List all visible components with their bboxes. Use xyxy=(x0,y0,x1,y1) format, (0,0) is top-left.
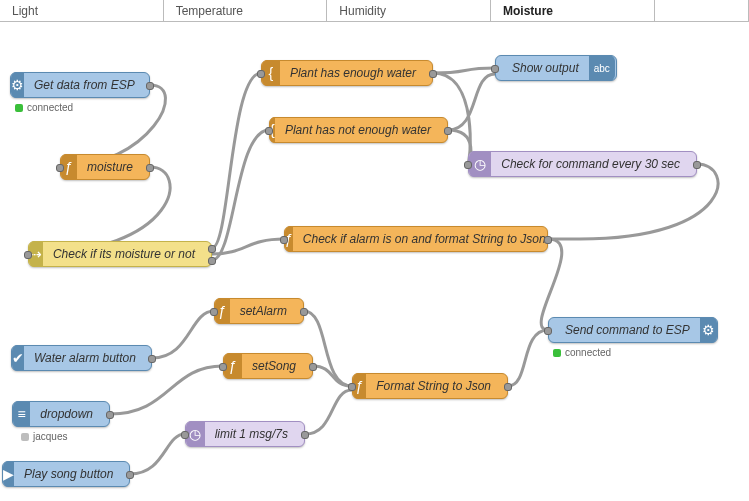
node-label: Plant has not enough water xyxy=(275,123,441,137)
output-port[interactable] xyxy=(429,70,437,78)
output-port-2[interactable] xyxy=(208,257,216,265)
node-label: Check if its moisture or not xyxy=(43,247,205,261)
input-port[interactable] xyxy=(348,383,356,391)
input-port[interactable] xyxy=(210,308,218,316)
gear-icon: ⚙ xyxy=(700,317,717,343)
node-set-alarm[interactable]: ƒ setAlarm xyxy=(214,298,304,324)
node-set-song[interactable]: ƒ setSong xyxy=(223,353,313,379)
flow-canvas[interactable]: ⚙ Get data from ESP connected ƒ moisture… xyxy=(0,22,749,501)
output-port[interactable] xyxy=(544,236,552,244)
input-port[interactable] xyxy=(56,164,64,172)
node-label: Format String to Json xyxy=(366,379,501,393)
node-label: dropdown xyxy=(30,407,103,421)
status-dot xyxy=(553,349,561,357)
node-show-output[interactable]: Show output abc xyxy=(495,55,617,81)
node-plant-not-enough[interactable]: { Plant has not enough water xyxy=(269,117,448,143)
input-port[interactable] xyxy=(491,65,499,73)
menu-icon: ≡ xyxy=(13,401,30,427)
input-port[interactable] xyxy=(280,236,288,244)
input-port[interactable] xyxy=(265,127,273,135)
input-port[interactable] xyxy=(464,161,472,169)
node-get-data-esp[interactable]: ⚙ Get data from ESP xyxy=(10,72,150,98)
node-label: limit 1 msg/7s xyxy=(205,427,298,441)
tab-moisture[interactable]: Moisture xyxy=(491,0,655,21)
tab-blank xyxy=(655,0,749,21)
switch-icon: ✔ xyxy=(12,345,24,371)
tab-light[interactable]: Light xyxy=(0,0,164,21)
status-dot xyxy=(15,104,23,112)
status-text: connected xyxy=(565,347,611,358)
status-text: jacques xyxy=(33,431,67,442)
input-port[interactable] xyxy=(544,327,552,335)
node-check-moisture[interactable]: ⇢ Check if its moisture or not xyxy=(28,241,212,267)
output-port[interactable] xyxy=(504,383,512,391)
play-icon: ▶ xyxy=(3,461,14,487)
status-dot xyxy=(21,433,29,441)
output-port[interactable] xyxy=(300,308,308,316)
node-plant-enough[interactable]: { Plant has enough water xyxy=(261,60,433,86)
node-label: Water alarm button xyxy=(24,351,146,365)
input-port[interactable] xyxy=(257,70,265,78)
output-port[interactable] xyxy=(126,471,134,479)
node-label: setSong xyxy=(242,359,306,373)
node-label: Send command to ESP xyxy=(555,323,700,337)
node-label: Check if alarm is on and format String t… xyxy=(293,232,556,246)
input-port[interactable] xyxy=(24,251,32,259)
output-port-1[interactable] xyxy=(208,245,216,253)
node-label: Play song button xyxy=(14,467,123,481)
node-send-cmd-esp[interactable]: Send command to ESP ⚙ xyxy=(548,317,718,343)
output-port[interactable] xyxy=(301,431,309,439)
node-label: setAlarm xyxy=(230,304,297,318)
tab-humidity[interactable]: Humidity xyxy=(327,0,491,21)
node-play-song-btn[interactable]: ▶ Play song button xyxy=(2,461,130,487)
output-port[interactable] xyxy=(146,164,154,172)
node-label: Plant has enough water xyxy=(280,66,426,80)
gear-icon: ⚙ xyxy=(11,72,24,98)
abc-icon: abc xyxy=(589,55,615,81)
output-port[interactable] xyxy=(106,411,114,419)
input-port[interactable] xyxy=(219,363,227,371)
node-limit-msgs[interactable]: ◷ limit 1 msg/7s xyxy=(185,421,305,447)
node-moisture[interactable]: ƒ moisture xyxy=(60,154,150,180)
output-port[interactable] xyxy=(693,161,701,169)
node-label: Show output xyxy=(502,61,589,75)
node-format-json[interactable]: ƒ Format String to Json xyxy=(352,373,508,399)
output-port[interactable] xyxy=(309,363,317,371)
node-water-alarm-btn[interactable]: ✔ Water alarm button xyxy=(11,345,152,371)
node-dropdown[interactable]: ≡ dropdown xyxy=(12,401,110,427)
output-port[interactable] xyxy=(146,82,154,90)
node-status: connected xyxy=(553,347,611,358)
node-label: moisture xyxy=(77,160,143,174)
output-port[interactable] xyxy=(148,355,156,363)
status-text: connected xyxy=(27,102,73,113)
node-label: Get data from ESP xyxy=(24,78,145,92)
node-check-cmd-30s[interactable]: ◷ Check for command every 30 sec xyxy=(468,151,697,177)
output-port[interactable] xyxy=(444,127,452,135)
node-status: jacques xyxy=(21,431,67,442)
workspace-tabs: Light Temperature Humidity Moisture xyxy=(0,0,749,22)
input-port[interactable] xyxy=(181,431,189,439)
tab-temperature[interactable]: Temperature xyxy=(164,0,328,21)
node-check-alarm-json[interactable]: ƒ Check if alarm is on and format String… xyxy=(284,226,548,252)
node-label: Check for command every 30 sec xyxy=(491,157,690,171)
clock-icon: ◷ xyxy=(469,151,491,177)
node-status: connected xyxy=(15,102,73,113)
